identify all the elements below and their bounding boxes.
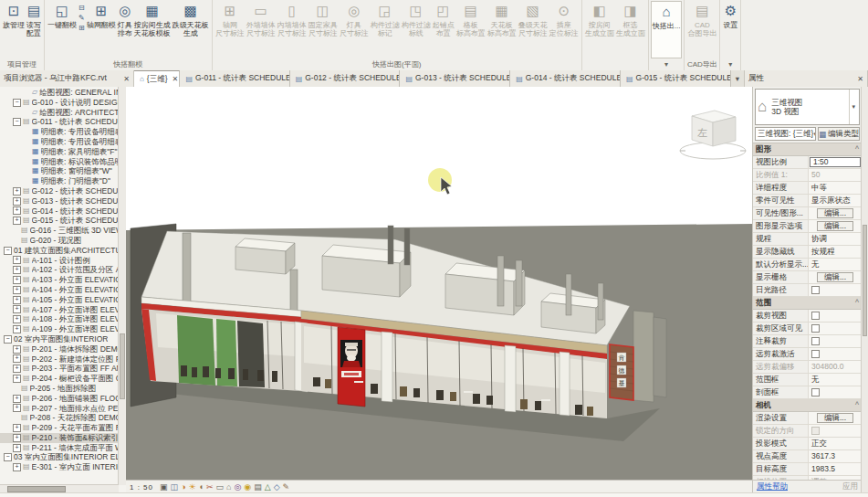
expand-icon[interactable]: + <box>13 365 21 373</box>
tree-item[interactable]: +▤G-015 - 统计表 SCHEDULES <box>0 216 119 226</box>
property-value[interactable]: 1983.5 <box>809 463 862 475</box>
ribbon-button-settings[interactable]: ⚙设置 <box>722 1 738 58</box>
view-tab[interactable]: ▤G-014 - 统计表 SCHEDULES <box>510 70 621 87</box>
tree-item[interactable]: +▤P-209 - 天花平面布置图 REFLEC <box>0 423 119 433</box>
detail-level-icon[interactable]: ◫ <box>171 481 179 492</box>
tree-item[interactable]: −01 建筑立面图集ARCHITECTURAL <box>0 246 119 256</box>
visual-style-icon[interactable]: ◑ <box>181 481 185 492</box>
property-value[interactable]: 中等 <box>809 182 862 194</box>
tree-item[interactable]: ▦明细表: 专用设备明细表01 <box>0 127 119 137</box>
tree-item[interactable]: ▦明细表: 门明细表"D" <box>0 176 119 186</box>
expand-icon[interactable]: + <box>13 434 21 442</box>
crop-view-icon[interactable]: ✂ <box>206 481 214 492</box>
ribbon-button-read-write-config[interactable]: ▤读写配置 <box>26 1 42 58</box>
tab-overflow-button[interactable]: ▾ <box>731 70 744 87</box>
reveal-hidden-icon[interactable]: ◉ <box>244 481 251 492</box>
expand-icon[interactable]: + <box>13 354 21 363</box>
property-value[interactable]: 协调 <box>809 233 862 245</box>
tree-item[interactable]: +▤P-207 - 地面排水点位 PENETRA <box>0 404 119 414</box>
property-value[interactable]: 无 <box>809 374 862 386</box>
expand-icon[interactable]: + <box>13 463 21 471</box>
tree-item[interactable]: +▤P-206 - 地面铺装图 FLOOR FIN <box>0 394 119 404</box>
property-value[interactable]: 3617.3 <box>809 450 862 462</box>
collapse-icon[interactable]: ^ <box>855 399 859 411</box>
tree-item[interactable]: ▤G-016 - 三维图纸 3D VIEW <box>0 226 119 236</box>
tree-item[interactable]: +▤P-211 - 墙体完成面平面 WALL <box>0 443 119 453</box>
expand-icon[interactable]: + <box>13 197 21 206</box>
tree-item[interactable]: +▤A-103 - 外立面 ELEVATIONS <box>0 275 119 285</box>
tree-item[interactable]: ▦明细表: 专用设备明细表02 <box>0 137 119 147</box>
tree-item[interactable]: ▤P-208 - 天花拆除图 DEMOLITIO <box>0 413 119 423</box>
tree-item[interactable]: ▦明细表: 家具明细表"F" <box>0 147 119 157</box>
view-tab[interactable]: ⌂{三维}✕ <box>134 70 180 87</box>
collapse-icon[interactable]: − <box>13 118 21 126</box>
tree-item[interactable]: +▤A-105 - 外立面 ELEVATIONS <box>0 295 119 305</box>
checkbox[interactable] <box>811 388 820 397</box>
expand-icon[interactable]: + <box>13 296 21 304</box>
tree-item[interactable]: +▤A-104 - 外立面 ELEVATIONS <box>0 285 119 295</box>
expand-icon[interactable]: + <box>13 286 21 294</box>
collapse-icon[interactable]: ^ <box>855 297 859 309</box>
property-value[interactable]: 正交 <box>809 438 862 449</box>
expand-icon[interactable]: + <box>13 276 21 284</box>
tree-item[interactable]: +▤A-102 - 设计范围及分区 ARCH <box>0 265 119 275</box>
tree-item[interactable]: +▤P-204 - 橱柜设备平面图 CASEW <box>0 374 119 384</box>
tree-item[interactable]: ▦明细表: 标识装饰饰品明细 <box>0 157 119 167</box>
ribbon-mini-stack[interactable]: ⊟✎⊞ <box>78 1 86 58</box>
tree-item[interactable]: +▤A-107 - 外立面详图 ELEVATION <box>0 305 119 315</box>
displacement-icon[interactable]: ◇ <box>274 481 280 492</box>
shadows-icon[interactable]: ◖ <box>199 481 204 492</box>
display-mode-icon[interactable]: ▣ <box>160 481 168 492</box>
expand-icon[interactable]: + <box>13 395 21 403</box>
expand-icon[interactable]: + <box>13 345 21 354</box>
expand-icon[interactable]: + <box>13 217 21 225</box>
property-value[interactable]: 无 <box>809 259 862 270</box>
edit-button[interactable]: 编辑... <box>817 221 853 231</box>
ribbon-button-grid-model[interactable]: ⊞轴网翻模 <box>86 1 117 58</box>
expand-icon[interactable]: + <box>13 305 21 313</box>
tree-item[interactable]: ▱绘图视图: GENERAL INFO <box>0 88 119 98</box>
collapse-icon[interactable]: − <box>4 247 12 255</box>
property-value[interactable]: 1:50 <box>810 157 861 167</box>
analytical-model-icon[interactable]: △ <box>265 481 271 492</box>
expand-icon[interactable]: + <box>13 325 21 333</box>
expand-icon[interactable]: + <box>13 266 21 274</box>
expand-icon[interactable]: + <box>13 315 21 323</box>
tree-item[interactable]: +▤G-014 - 统计表 SCHEDULES <box>0 206 119 217</box>
checkbox[interactable] <box>811 337 820 345</box>
property-value[interactable]: 按规程 <box>809 246 862 258</box>
close-icon[interactable]: ✕ <box>173 75 179 83</box>
edit-button[interactable]: 编辑... <box>817 272 853 282</box>
tree-item[interactable]: ▤P-205 - 地面拆除图 <box>0 384 119 394</box>
mini-tool-icon[interactable]: ⊞ <box>78 23 85 33</box>
crop-region-icon[interactable]: ▭ <box>216 481 225 492</box>
view-scale-button[interactable]: 1 : 50 <box>130 483 153 492</box>
tree-item[interactable]: +▤P-202 - 新建墙体定位图 FLOOR <box>0 354 119 365</box>
ribbon-button-light-layout[interactable]: ◎灯具排布 <box>117 1 133 58</box>
tree-item[interactable]: +▤P-210 - 装饰面&标识索引平面 <box>0 433 119 443</box>
checkbox[interactable] <box>811 350 820 358</box>
checkbox[interactable] <box>811 286 820 294</box>
viewcube[interactable]: 左 <box>680 111 746 159</box>
tree-item[interactable]: −▤G-010 - 设计说明 DESIGN SPEC <box>0 98 119 108</box>
constraints-icon[interactable]: ✎ <box>283 481 290 492</box>
tree-item[interactable]: −▤G-011 - 统计表 SCHEDULES <box>0 117 119 127</box>
tree-item[interactable]: +▤P-201 - 墙体拆除图 DEMOLITIO <box>0 344 119 354</box>
tree-item[interactable]: +▤A-109 - 外立面详图 ELEVATION <box>0 324 119 334</box>
ribbon-button-family-manage[interactable]: ⊡族管理 <box>2 1 26 58</box>
project-browser-header[interactable]: 项目浏览器 - 乌江中路KFC.rvt ✕ <box>0 70 134 87</box>
tree-item[interactable]: +▤A-108 - 外立面详图 ELEVATION <box>0 314 119 324</box>
checkbox[interactable] <box>811 312 820 320</box>
ribbon-button-quick-export[interactable]: ⌂快搭出... <box>651 1 683 58</box>
expand-icon[interactable]: + <box>13 206 21 215</box>
tree-item[interactable]: +▤A-101 - 设计图例 <box>0 256 119 266</box>
tree-item[interactable]: +▤E-301 - 室内立面 INTERIOR EL <box>0 462 119 472</box>
type-selector[interactable]: ⌂ 三维视图 3D 视图 ▾ <box>755 89 860 125</box>
property-section-header[interactable]: 图形^ <box>753 143 862 156</box>
ribbon-button-ceiling-by-room[interactable]: ▦按房间生成天花板模板 <box>133 1 172 58</box>
mini-tool-icon[interactable]: ⊟ <box>78 3 85 13</box>
property-section-header[interactable]: 范围^ <box>753 297 862 310</box>
expand-icon[interactable]: + <box>13 256 21 264</box>
temp-view-properties-icon[interactable]: ▤ <box>254 481 262 492</box>
expand-icon[interactable]: + <box>13 187 21 196</box>
